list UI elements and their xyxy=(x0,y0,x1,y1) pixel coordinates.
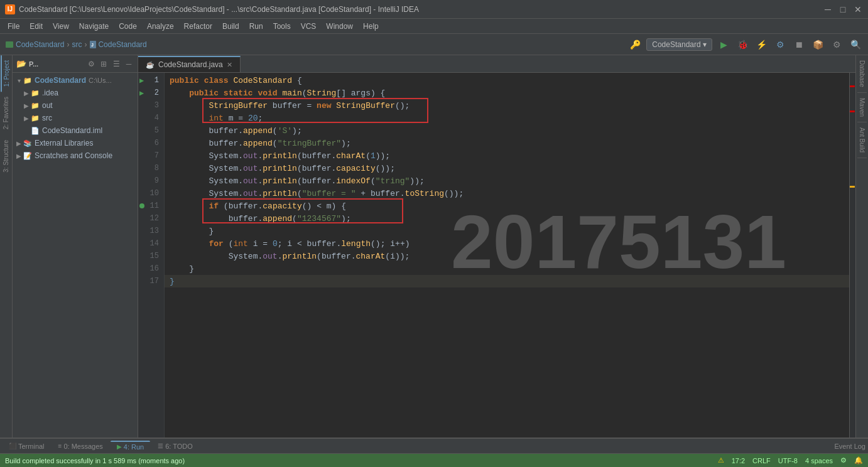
line-ending[interactable]: CRLF xyxy=(752,457,771,464)
breadcrumb-file[interactable]: J CodeStandard xyxy=(89,40,146,49)
ext-libs-label: External Libraries xyxy=(35,139,93,148)
menu-code[interactable]: Code xyxy=(114,21,142,32)
stop-button[interactable]: ⏹ xyxy=(791,37,806,52)
code-line-3: StringBuffer buffer = new StringBuffer()… xyxy=(165,99,849,112)
menu-build[interactable]: Build xyxy=(217,21,244,32)
project-panel: 📂 P... ⚙ ⊞ ☰ ─ ▾ 📁 CodeStandard C:\Us...… xyxy=(13,55,138,453)
tab-close-icon[interactable]: ✕ xyxy=(227,61,232,69)
minimize-button[interactable]: ─ xyxy=(823,4,833,14)
scratches-icon: 📝 xyxy=(23,151,33,161)
panel-gear-icon[interactable]: ⚙ xyxy=(86,59,96,69)
code-line-15: System.out.println(buffer.charAt(i)); xyxy=(165,250,849,262)
debug-button[interactable]: 🐞 xyxy=(735,37,750,52)
menu-window[interactable]: Window xyxy=(321,21,358,32)
search-everywhere-button[interactable]: 🔍 xyxy=(848,37,863,52)
editor-area: ☕ CodeStandard.java ✕ ▶ 1 ▶ 2 3 4 5 6 xyxy=(138,55,855,453)
tree-src[interactable]: ▶ 📁 src xyxy=(13,112,138,124)
sidebar-tab-project[interactable]: 1: Project xyxy=(1,55,11,92)
footer-tab-todo[interactable]: ☰ 6: TODO xyxy=(151,441,199,451)
iml-label: CodeStandard.iml xyxy=(42,126,102,135)
editor-tab-codestandard[interactable]: ☕ CodeStandard.java ✕ xyxy=(138,56,241,72)
menu-run[interactable]: Run xyxy=(244,21,268,32)
tree-ext-libs[interactable]: ▶ 📚 External Libraries xyxy=(13,137,138,149)
project-folder-icon: 📁 xyxy=(23,75,33,85)
tree-idea[interactable]: ▶ 📁 .idea xyxy=(13,87,138,99)
side-tab-maven[interactable]: Maven xyxy=(857,93,867,122)
search-toolbar-icon[interactable]: 🔑 xyxy=(627,37,643,52)
run-config-dropdown[interactable]: CodeStandard ▾ xyxy=(646,38,712,51)
code-line-2: public static void main(String[] args) { xyxy=(165,87,849,99)
code-line-1: public class CodeStandard { xyxy=(165,74,849,87)
coverage-button[interactable]: ⚡ xyxy=(754,37,769,52)
side-tab-ant[interactable]: Ant Build xyxy=(857,122,867,158)
breakpoint-icon xyxy=(139,203,144,208)
menu-navigate[interactable]: Navigate xyxy=(74,21,114,32)
indent-setting[interactable]: 4 spaces xyxy=(805,457,833,464)
bottom-footer-tabs: ⬛ Terminal ≡ 0: Messages ▶ 4: Run ☰ 6: T… xyxy=(0,438,868,453)
menu-refactor[interactable]: Refactor xyxy=(179,21,217,32)
code-line-14: for (int i = 0; i < buffer.length(); i++… xyxy=(165,237,849,250)
footer-tab-messages[interactable]: ≡ 0: Messages xyxy=(52,441,109,451)
menu-edit[interactable]: Edit xyxy=(24,21,48,32)
java-file-icon: ☕ xyxy=(146,61,155,69)
project-path-hint: C:\Us... xyxy=(89,77,112,84)
footer-tab-run[interactable]: ▶ 4: Run xyxy=(111,441,150,452)
messages-icon: ≡ xyxy=(58,443,62,449)
line-4: 4 xyxy=(138,112,164,124)
error-strip xyxy=(849,73,855,441)
run-arrow-2: ▶ xyxy=(139,89,144,98)
project-tree: ▾ 📁 CodeStandard C:\Us... ▶ 📁 .idea ▶ 📁 … xyxy=(13,73,138,453)
run-button[interactable]: ▶ xyxy=(716,37,731,52)
menu-view[interactable]: View xyxy=(48,21,74,32)
panel-close-icon[interactable]: ─ xyxy=(124,59,134,69)
ext-libs-icon: 📚 xyxy=(23,138,33,148)
code-content[interactable]: 20175131 public class CodeStandard { pub… xyxy=(165,73,849,441)
settings-status-icon[interactable]: ⚙ xyxy=(840,456,847,464)
tab-filename: CodeStandard.java xyxy=(158,60,223,69)
expand-scratches-icon: ▶ xyxy=(15,152,23,159)
menu-help[interactable]: Help xyxy=(358,21,384,32)
sidebar-tab-favorites[interactable]: 2: Favorites xyxy=(1,92,11,134)
close-button[interactable]: ✕ xyxy=(853,4,863,14)
title-bar: IJ CodeStandard [C:\Users\Lenovo\IdeaPro… xyxy=(0,0,868,19)
code-line-12: buffer.append("1234567"); xyxy=(165,212,849,225)
footer-tab-terminal[interactable]: ⬛ Terminal xyxy=(3,441,51,451)
project-panel-header: 📂 P... ⚙ ⊞ ☰ ─ xyxy=(13,55,138,73)
profile-button[interactable]: ⚙ xyxy=(773,37,788,52)
settings-button[interactable]: ⚙ xyxy=(829,37,844,52)
footer-tab-run-label: 4: Run xyxy=(124,443,144,451)
maximize-button[interactable]: □ xyxy=(838,4,848,14)
menu-vcs[interactable]: VCS xyxy=(296,21,322,32)
event-log-link[interactable]: Event Log xyxy=(834,443,865,450)
side-tab-database[interactable]: Database xyxy=(857,55,867,93)
line-13: 13 xyxy=(138,225,164,237)
tree-root[interactable]: ▾ 📁 CodeStandard C:\Us... xyxy=(13,74,138,87)
code-line-13: } xyxy=(165,225,849,237)
svg-text:J: J xyxy=(91,43,94,47)
panel-expand-icon[interactable]: ⊞ xyxy=(99,59,109,69)
line-15: 15 xyxy=(138,250,164,262)
tree-out[interactable]: ▶ 📁 out xyxy=(13,99,138,112)
code-editor[interactable]: ▶ 1 ▶ 2 3 4 5 6 7 8 9 10 11 12 xyxy=(138,73,855,441)
sidebar-tab-structure[interactable]: 3: Structure xyxy=(1,135,11,178)
code-line-9: System.out.println(buffer.indexOf("tring… xyxy=(165,174,849,187)
tree-iml[interactable]: 📄 CodeStandard.iml xyxy=(13,124,138,137)
out-label: out xyxy=(42,101,53,110)
code-line-8: System.out.println(buffer.capacity()); xyxy=(165,162,849,174)
notifications-icon[interactable]: 🔔 xyxy=(854,456,863,464)
menu-analyze[interactable]: Analyze xyxy=(142,21,179,32)
window-controls: ─ □ ✕ xyxy=(823,4,863,14)
encoding[interactable]: UTF-8 xyxy=(778,457,798,464)
build-artifacts-button[interactable]: 📦 xyxy=(810,37,825,52)
panel-settings-icon[interactable]: ☰ xyxy=(111,59,121,69)
cursor-position[interactable]: 17:2 xyxy=(732,457,745,464)
run-arrow-1: ▶ xyxy=(139,76,144,85)
menu-tools[interactable]: Tools xyxy=(268,21,296,32)
menu-file[interactable]: File xyxy=(3,21,24,32)
tree-scratches[interactable]: ▶ 📝 Scratches and Console xyxy=(13,149,138,162)
line-17: 17 xyxy=(138,275,164,287)
breadcrumb-src[interactable]: src xyxy=(72,40,82,49)
breadcrumb-project[interactable]: CodeStandard xyxy=(5,40,64,49)
editor-tabs: ☕ CodeStandard.java ✕ xyxy=(138,55,855,73)
build-status-text: Build completed successfully in 1 s 589 … xyxy=(5,457,710,464)
